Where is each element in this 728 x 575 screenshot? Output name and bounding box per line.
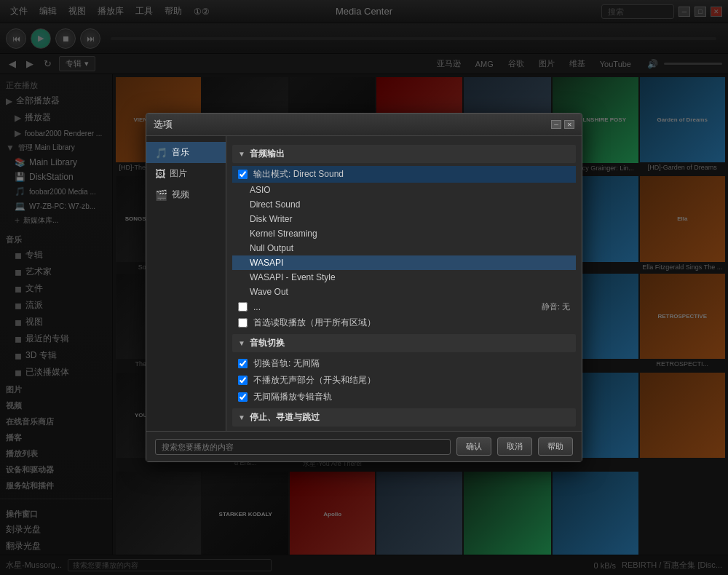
album-gapless-option[interactable]: 无间隔播放专辑音轨 [232, 389, 576, 405]
preferred-read-option[interactable]: 首选读取播放（用于所有区域） [232, 314, 576, 331]
photo-cat-icon: 🖼 [155, 168, 165, 180]
chevron-icon: ▼ [238, 339, 245, 347]
no-silence-label: 不播放无声部分（开头和结尾） [253, 374, 570, 386]
track-switch-header: ▼ 音轨切换 [232, 334, 576, 352]
dialog-title: 选项 [154, 118, 173, 131]
gapless-option[interactable]: 切换音轨: 无间隔 [232, 355, 576, 372]
cancel-button[interactable]: 取消 [497, 437, 532, 456]
gapless-checkbox[interactable] [238, 359, 248, 368]
dialog-cat-photo[interactable]: 🖼 图片 [146, 163, 226, 184]
no-silence-option[interactable]: 不播放无声部分（开头和结尾） [232, 372, 576, 389]
dialog-content: ▼ 音频输出 输出模式: Direct Sound ASIO Direct So… [226, 136, 582, 431]
dialog-body: 🎵 音乐 🖼 图片 🎬 视频 ▼ 音频输出 [146, 136, 582, 431]
video-cat-icon: 🎬 [155, 189, 167, 201]
dialog-titlebar: 选项 ─ ✕ [146, 114, 582, 136]
dialog-search-input[interactable] [155, 439, 451, 455]
disk-writer-option[interactable]: Disk Writer [232, 212, 576, 226]
chevron-icon: ▼ [238, 413, 245, 421]
dialog-footer: 确认 取消 帮助 [146, 431, 582, 461]
chevron-icon: ▼ [238, 150, 245, 158]
dialog-cat-photo-label: 图片 [170, 167, 187, 180]
mute-label: ... [253, 302, 536, 312]
mute-value: 静音: 无 [542, 301, 570, 312]
preferred-read-label: 首选读取播放（用于所有区域） [253, 317, 570, 329]
dialog-close-button[interactable]: ✕ [564, 120, 574, 129]
no-silence-checkbox[interactable] [238, 376, 248, 385]
wasapi-event-option[interactable]: WASAPI - Event Style [232, 270, 576, 285]
stop-seek-label: 停止、寻道与跳过 [250, 411, 320, 424]
stop-seek-header: ▼ 停止、寻道与跳过 [232, 408, 576, 427]
dialog-overlay: 选项 ─ ✕ 🎵 音乐 🖼 图片 🎬 视频 [0, 0, 728, 575]
album-gapless-label: 无间隔播放专辑音轨 [253, 391, 570, 403]
dialog-cat-music-label: 音乐 [172, 146, 189, 159]
dialog-minimize-button[interactable]: ─ [551, 120, 561, 129]
wave-out-option[interactable]: Wave Out [232, 285, 576, 299]
direct-sound-option[interactable]: Direct Sound [232, 197, 576, 212]
help-button[interactable]: 帮助 [538, 437, 573, 456]
audio-output-label: 音频输出 [250, 148, 285, 160]
output-mode-checkbox[interactable] [238, 170, 248, 179]
track-switch-label: 音轨切换 [250, 337, 285, 349]
dialog-cat-video[interactable]: 🎬 视频 [146, 184, 226, 205]
mute-option[interactable]: ... 静音: 无 [232, 299, 576, 314]
music-cat-icon: 🎵 [155, 147, 167, 159]
output-mode-label: 输出模式: Direct Sound [253, 168, 570, 181]
output-mode-option[interactable]: 输出模式: Direct Sound [232, 166, 576, 183]
audio-output-header: ▼ 音频输出 [232, 145, 576, 163]
album-gapless-checkbox[interactable] [238, 392, 248, 402]
options-dialog: 选项 ─ ✕ 🎵 音乐 🖼 图片 🎬 视频 [146, 113, 582, 462]
confirm-button[interactable]: 确认 [456, 437, 491, 456]
wasapi-option[interactable]: WASAPI [232, 255, 576, 270]
kernel-streaming-option[interactable]: Kernel Streaming [232, 226, 576, 241]
mute-checkbox[interactable] [238, 302, 248, 312]
dialog-cat-music[interactable]: 🎵 音乐 [146, 142, 226, 163]
null-output-option[interactable]: Null Output [232, 241, 576, 255]
preferred-read-checkbox[interactable] [238, 318, 248, 328]
dialog-window-controls: ─ ✕ [551, 120, 574, 129]
dialog-cat-video-label: 视频 [172, 189, 189, 201]
gapless-label: 切换音轨: 无间隔 [253, 357, 570, 370]
asio-option[interactable]: ASIO [232, 183, 576, 197]
dialog-sidebar: 🎵 音乐 🖼 图片 🎬 视频 [146, 136, 226, 431]
